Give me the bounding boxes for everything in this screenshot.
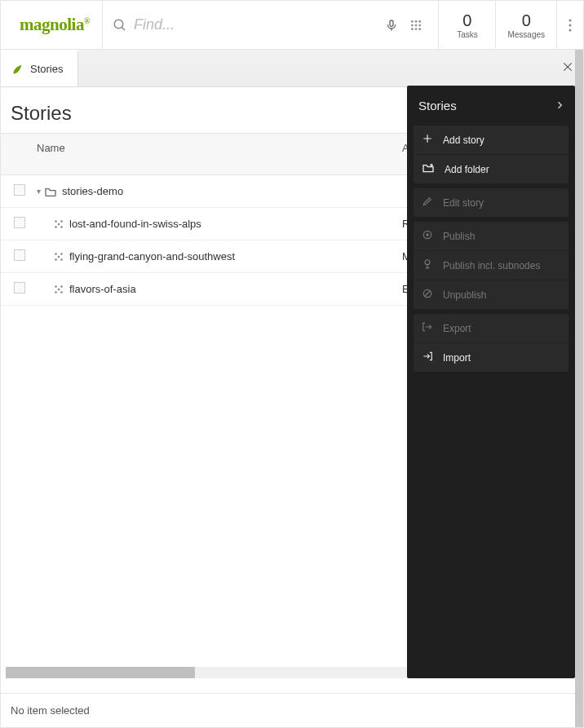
svg-rect-2 — [390, 20, 393, 26]
folder-icon — [44, 186, 57, 197]
svg-point-10 — [411, 28, 414, 30]
tasks-indicator[interactable]: 0 Tasks — [438, 1, 495, 49]
expand-toggle[interactable]: ▾ — [37, 187, 41, 196]
svg-line-1 — [122, 27, 125, 30]
app-header: magnolia® 0 Tasks 0 Messages — [1, 1, 583, 50]
action-export: Export — [414, 314, 569, 343]
svg-point-34 — [60, 291, 63, 293]
content-icon — [53, 251, 64, 263]
svg-point-23 — [55, 226, 57, 228]
messages-count: 0 — [522, 11, 531, 30]
svg-point-5 — [415, 20, 418, 23]
action-publish: Publish — [414, 222, 569, 251]
overflow-menu[interactable] — [556, 1, 583, 49]
panel-title: Stories — [418, 99, 555, 113]
action-group: Add storyAdd folder — [414, 126, 569, 183]
action-group: Edit story — [414, 188, 569, 217]
actions-panel: Stories Add storyAdd folderEdit storyPub… — [407, 86, 575, 678]
action-label: Import — [443, 352, 471, 364]
svg-point-24 — [60, 226, 63, 228]
svg-point-9 — [419, 24, 422, 26]
svg-point-4 — [411, 20, 414, 23]
action-unpublish: Unpublish — [414, 280, 569, 309]
action-group: ExportImport — [414, 314, 569, 372]
messages-label: Messages — [507, 30, 545, 39]
row-name: flying-grand-canyon-and-southwest — [69, 250, 235, 263]
svg-point-7 — [411, 24, 414, 26]
status-text: No item selected — [11, 704, 90, 717]
circle-tree-icon — [422, 258, 433, 272]
row-name: stories-demo — [62, 185, 123, 197]
action-import[interactable]: Import — [414, 343, 569, 372]
svg-point-11 — [415, 28, 418, 30]
svg-point-29 — [60, 258, 63, 261]
svg-point-12 — [419, 28, 422, 30]
close-icon[interactable] — [562, 61, 573, 76]
app-tab-label: Stories — [30, 63, 63, 75]
svg-point-28 — [55, 258, 57, 261]
svg-point-22 — [60, 220, 63, 223]
svg-point-26 — [55, 253, 57, 255]
action-label: Unpublish — [443, 289, 486, 301]
chevron-right-icon[interactable] — [555, 99, 564, 113]
leaf-icon — [11, 63, 24, 76]
import-icon — [422, 351, 433, 364]
row-checkbox[interactable] — [14, 249, 25, 261]
svg-point-0 — [114, 20, 123, 29]
svg-point-15 — [569, 29, 572, 31]
app-tab-bar: Stories — [1, 50, 583, 87]
content-icon — [53, 284, 64, 295]
circle-dot-icon — [422, 229, 433, 243]
action-add-story[interactable]: Add story — [414, 126, 569, 155]
row-checkbox[interactable] — [14, 184, 25, 196]
search-bar[interactable] — [102, 1, 438, 49]
messages-indicator[interactable]: 0 Messages — [495, 1, 556, 49]
plus-icon — [422, 133, 433, 147]
action-label: Edit story — [443, 197, 484, 209]
svg-point-35 — [58, 288, 60, 290]
svg-point-21 — [55, 220, 57, 223]
svg-point-42 — [425, 260, 430, 265]
svg-point-14 — [569, 24, 572, 26]
apps-grid-icon[interactable] — [404, 19, 428, 32]
logo[interactable]: magnolia® — [1, 1, 102, 49]
svg-point-27 — [60, 253, 63, 255]
search-input[interactable] — [134, 16, 379, 33]
action-label: Publish incl. subnodes — [443, 260, 540, 271]
svg-point-13 — [569, 19, 572, 21]
circle-slash-icon — [422, 288, 433, 302]
action-label: Add story — [443, 135, 484, 146]
svg-point-6 — [419, 20, 422, 23]
svg-point-31 — [55, 285, 57, 288]
search-icon — [113, 18, 127, 33]
vertical-scrollbar[interactable] — [575, 50, 583, 727]
svg-point-33 — [55, 291, 57, 293]
svg-point-8 — [415, 24, 418, 26]
pencil-icon — [422, 196, 433, 210]
folder-plus-icon — [422, 162, 435, 176]
action-label: Publish — [443, 231, 475, 242]
action-publish-incl-subnodes: Publish incl. subnodes — [414, 251, 569, 280]
tasks-label: Tasks — [457, 30, 478, 39]
scrollbar-thumb[interactable] — [6, 667, 195, 678]
mic-icon[interactable] — [379, 19, 404, 32]
content-icon — [53, 218, 64, 230]
svg-point-32 — [60, 285, 63, 288]
svg-line-46 — [425, 291, 431, 297]
action-add-folder[interactable]: Add folder — [414, 155, 569, 183]
svg-point-25 — [58, 223, 60, 225]
row-name: flavors-of-asia — [69, 283, 136, 295]
col-name[interactable]: Name — [30, 134, 396, 174]
action-group: PublishPublish incl. subnodesUnpublish — [414, 222, 569, 309]
tasks-count: 0 — [462, 11, 471, 30]
status-bar: No item selected — [1, 693, 583, 727]
action-label: Export — [443, 323, 471, 334]
export-icon — [422, 321, 433, 335]
svg-point-30 — [58, 255, 60, 258]
app-tab-stories[interactable]: Stories — [1, 50, 78, 86]
scrollbar-thumb[interactable] — [575, 50, 583, 727]
row-checkbox[interactable] — [14, 282, 25, 293]
action-label: Add folder — [445, 164, 489, 175]
svg-point-41 — [427, 234, 428, 236]
row-checkbox[interactable] — [14, 217, 25, 228]
